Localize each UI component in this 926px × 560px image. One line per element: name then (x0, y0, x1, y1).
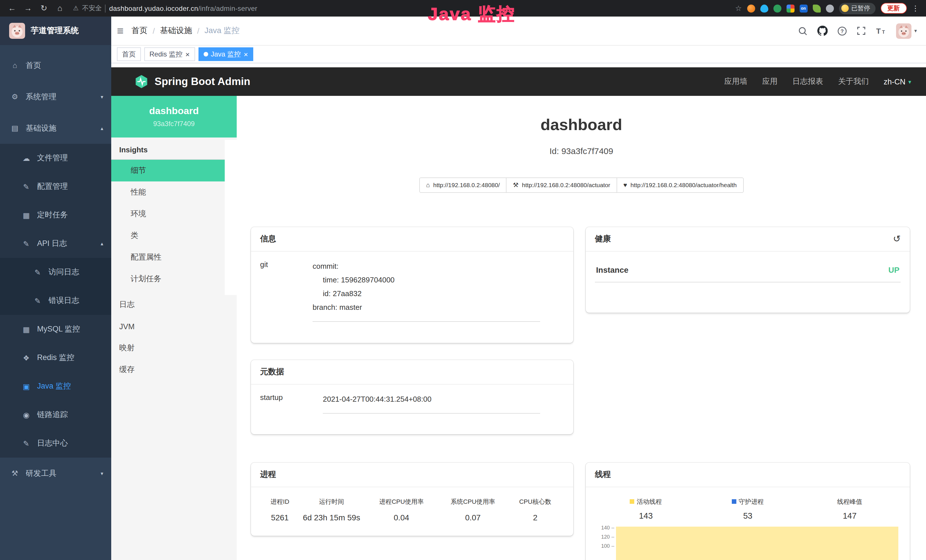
extension-icon-3[interactable] (773, 4, 781, 12)
app-logo[interactable]: 芋道管理系统 (0, 17, 111, 45)
font-size-icon[interactable]: TT (876, 27, 887, 35)
forward-button[interactable]: → (23, 0, 33, 17)
svg-text:T: T (876, 27, 881, 35)
extension-icon-2[interactable] (760, 4, 768, 12)
sba-brand-title[interactable]: Spring Boot Admin (154, 75, 250, 88)
sba-sidebar: dashboard 93a3fc7f7409 Insights 细节 性能 环境… (111, 96, 237, 560)
sba-nav-applications[interactable]: 应用 (762, 76, 778, 87)
cpu-cores-value: 2 (506, 513, 564, 522)
url-text[interactable]: dashboard.yudao.iocoder.cn/infra/admin-s… (109, 4, 257, 12)
sba-menu-jvm[interactable]: JVM (111, 316, 237, 337)
chevron-up-icon: ▴ (101, 241, 103, 247)
warning-icon: ⚠ (73, 5, 79, 12)
sba-menu-logs[interactable]: 日志 (111, 294, 237, 316)
address-bar[interactable]: ⚠ 不安全 dashboard.yudao.iocoder.cn/infra/a… (73, 4, 257, 12)
screen: ← → ↻ ⌂ ⚠ 不安全 dashboard.yudao.iocoder.cn… (0, 0, 926, 560)
breadcrumb-separator: / (197, 26, 199, 35)
topbar-icons: ? TT (798, 23, 917, 38)
sba-menu-performance[interactable]: 性能 (111, 182, 225, 203)
extension-icon-on[interactable]: on (799, 4, 807, 12)
chrome-menu-button[interactable]: ⋮ (912, 4, 919, 12)
instance-link-root[interactable]: ⌂ http://192.168.0.2:48080/ (419, 177, 507, 193)
extension-icon-6[interactable] (813, 4, 820, 12)
breadcrumb-separator: / (153, 26, 155, 35)
bookmark-star-icon[interactable]: ☆ (735, 4, 742, 12)
paused-chip[interactable]: 已暂停 (839, 3, 875, 14)
security-label[interactable]: 不安全 (82, 4, 102, 12)
user-avatar[interactable]: ▾ (896, 23, 917, 38)
home-icon: ⌂ (426, 182, 430, 189)
reload-button[interactable]: ↻ (39, 0, 49, 17)
extension-icon-7[interactable] (826, 4, 834, 12)
sidebar-item-java-monitor[interactable]: ▣ Java 监控 (0, 372, 111, 401)
github-icon[interactable] (817, 26, 828, 36)
chevron-down-icon: ▾ (908, 79, 911, 85)
hamburger-icon[interactable]: ≡ (117, 25, 124, 36)
instance-header[interactable]: dashboard 93a3fc7f7409 (111, 96, 237, 138)
sidebar-item-file-mgmt[interactable]: ☁ 文件管理 (0, 144, 111, 172)
history-icon[interactable]: ↺ (893, 235, 900, 244)
tab-home[interactable]: 首页 (117, 47, 141, 61)
app-title: 芋道管理系统 (31, 26, 79, 36)
cards-grid: 信息 git commit: time: 1596289704000 (237, 227, 926, 560)
spring-boot-admin-logo[interactable] (134, 74, 149, 89)
sba-menu-scheduled-tasks[interactable]: 计划任务 (111, 268, 225, 290)
back-button[interactable]: ← (7, 0, 17, 17)
search-icon[interactable] (798, 26, 808, 36)
tab-redis-monitor[interactable]: Redis 监控 × (144, 47, 195, 61)
sidebar-item-home[interactable]: ⌂ 首页 (0, 50, 111, 81)
url-domain: dashboard.yudao.iocoder.cn (109, 4, 198, 12)
system-cpu-value: 0.07 (439, 513, 507, 522)
sba-body: dashboard 93a3fc7f7409 Insights 细节 性能 环境… (111, 96, 926, 560)
breadcrumb-home[interactable]: 首页 (132, 26, 147, 36)
uptime-value: 6d 23h 15m 59s (300, 513, 364, 522)
help-icon[interactable]: ? (837, 26, 847, 36)
sidebar-item-tracing[interactable]: ◉ 链路追踪 (0, 401, 111, 429)
sidebar-item-log-center[interactable]: ✎ 日志中心 (0, 429, 111, 458)
extension-icon-4[interactable] (786, 4, 794, 12)
tab-java-monitor[interactable]: Java 监控 × (198, 47, 253, 61)
chevron-down-icon: ▾ (101, 471, 103, 476)
sba-menu-caches[interactable]: 缓存 (111, 359, 237, 381)
divider (105, 4, 106, 12)
edit-icon: ✎ (22, 439, 31, 448)
sidebar-item-system-mgmt[interactable]: ⚙ 系统管理 ▾ (0, 81, 111, 112)
sidebar-item-error-logs[interactable]: ✎ 错误日志 (0, 286, 111, 315)
process-card-title: 进程 (260, 469, 276, 480)
wrench-icon: ⚒ (513, 182, 519, 189)
sba-sidebar-scrollbar[interactable] (225, 140, 237, 295)
sba-menu-environment[interactable]: 环境 (111, 203, 225, 225)
pig-avatar (896, 23, 911, 38)
fullscreen-icon[interactable] (857, 26, 866, 35)
instance-link-health[interactable]: ♥ http://192.168.0.2:48080/actuator/heal… (617, 177, 744, 193)
sidebar-item-redis-monitor[interactable]: ❖ Redis 监控 (0, 344, 111, 372)
sba-nav-wallboard[interactable]: 应用墙 (724, 76, 747, 87)
breadcrumb-infrastructure[interactable]: 基础设施 (160, 26, 192, 36)
sidebar-item-scheduled-tasks[interactable]: ▦ 定时任务 (0, 201, 111, 229)
sidebar-item-mysql-monitor[interactable]: ▦ MySQL 监控 (0, 315, 111, 344)
chevron-up-icon: ▴ (101, 125, 103, 131)
sba-menu-mappings[interactable]: 映射 (111, 337, 237, 359)
sidebar-item-config-mgmt[interactable]: ✎ 配置管理 (0, 172, 111, 201)
health-instance-row: Instance UP (595, 260, 900, 282)
close-icon[interactable]: × (185, 50, 190, 58)
sidebar-item-infrastructure[interactable]: ▤ 基础设施 ▴ (0, 112, 111, 144)
sba-menu-config-props[interactable]: 配置属性 (111, 247, 225, 268)
sba-nav-about[interactable]: 关于我们 (838, 76, 869, 87)
peak-threads-value: 147 (799, 511, 900, 520)
sba-menu-details[interactable]: 细节 (111, 160, 225, 182)
health-card: 健康 ↺ Instance UP (586, 227, 910, 313)
sidebar-item-dev-tools[interactable]: ⚒ 研发工具 ▾ (0, 458, 111, 489)
sidebar-item-access-logs[interactable]: ✎ 访问日志 (0, 258, 111, 286)
threads-chart: 140 120 100 (595, 525, 900, 560)
language-selector[interactable]: zh-CN ▾ (884, 77, 911, 86)
update-button[interactable]: 更新 (881, 3, 906, 14)
instance-links: ⌂ http://192.168.0.2:48080/ ⚒ http://192… (237, 177, 926, 193)
sba-menu-classes[interactable]: 类 (111, 225, 225, 247)
instance-link-actuator[interactable]: ⚒ http://192.168.0.2:48080/actuator (506, 177, 617, 193)
close-icon[interactable]: × (244, 50, 248, 58)
sidebar-item-api-logs[interactable]: ✎ API 日志 ▴ (0, 229, 111, 258)
home-button[interactable]: ⌂ (55, 0, 65, 17)
sba-nav-log-report[interactable]: 日志报表 (792, 76, 823, 87)
extension-icon-1[interactable] (747, 4, 755, 12)
